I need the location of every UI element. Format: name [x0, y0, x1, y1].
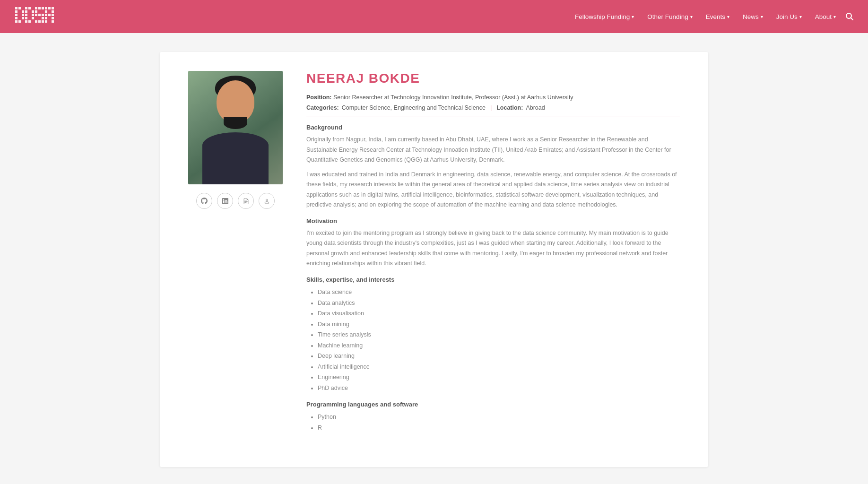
join-us-caret: ▾	[799, 14, 802, 19]
profile-right: NEERAJ BOKDE Position: Senior Researcher…	[306, 71, 680, 439]
photo-beard	[224, 117, 247, 129]
svg-rect-39	[45, 17, 47, 19]
svg-rect-35	[52, 10, 54, 13]
skills-list: Data science Data analytics Data visuali…	[318, 287, 680, 393]
nav-item-about[interactable]: About ▾	[809, 9, 842, 24]
events-caret: ▾	[727, 14, 729, 19]
nav-item-fellowship-funding[interactable]: Fellowship Funding ▾	[569, 9, 640, 24]
profile-photo	[188, 71, 283, 184]
programming-item: R	[318, 423, 680, 433]
about-caret: ▾	[833, 14, 836, 19]
skill-item: Deep learning	[318, 351, 680, 362]
svg-rect-21	[38, 7, 41, 9]
svg-rect-40	[52, 17, 54, 19]
svg-rect-22	[42, 7, 44, 9]
github-icon[interactable]	[196, 193, 212, 209]
svg-rect-36	[45, 14, 47, 16]
categories-label: Categories:	[306, 104, 339, 111]
svg-rect-38	[52, 14, 54, 16]
svg-rect-11	[25, 10, 27, 13]
search-button[interactable]	[845, 12, 854, 21]
programming-list: Python R	[318, 412, 680, 433]
svg-rect-3	[15, 17, 17, 19]
profile-position: Position: Senior Researcher at Technolog…	[306, 93, 680, 103]
nav-link-events[interactable]: Events ▾	[700, 9, 735, 24]
skill-item: Data analytics	[318, 298, 680, 309]
nav-item-events[interactable]: Events ▾	[700, 9, 735, 24]
svg-rect-14	[25, 20, 27, 23]
background-text: Originally from Nagpur, India, I am curr…	[306, 135, 680, 210]
skills-section-title: Skills, expertise, and interests	[306, 276, 680, 283]
photo-body	[202, 132, 269, 184]
svg-rect-4	[15, 20, 17, 23]
svg-rect-24	[35, 14, 37, 16]
photo-face	[217, 80, 254, 123]
nav-link-other-funding[interactable]: Other Funding ▾	[642, 9, 698, 24]
position-label: Position:	[306, 94, 331, 101]
site-logo[interactable]	[14, 5, 57, 28]
programming-item: Python	[318, 412, 680, 423]
svg-rect-25	[38, 14, 41, 16]
svg-rect-16	[32, 10, 34, 13]
nav-label-fellowship-funding: Fellowship Funding	[575, 13, 630, 20]
nav-label-about: About	[815, 13, 832, 20]
svg-rect-34	[45, 10, 47, 13]
svg-rect-32	[48, 7, 51, 9]
nav-link-news[interactable]: News ▾	[737, 9, 769, 24]
svg-rect-42	[52, 20, 54, 23]
svg-rect-37	[48, 14, 51, 16]
profile-card: NEERAJ BOKDE Position: Senior Researcher…	[160, 52, 708, 467]
svg-rect-0	[15, 7, 17, 9]
social-icons	[196, 193, 275, 209]
nav-link-join-us[interactable]: Join Us ▾	[771, 9, 807, 24]
svg-rect-27	[42, 17, 44, 19]
fellowship-funding-caret: ▾	[632, 14, 634, 19]
nav-item-join-us[interactable]: Join Us ▾	[771, 9, 807, 24]
svg-rect-1	[15, 10, 17, 13]
svg-rect-17	[32, 14, 34, 16]
svg-rect-7	[22, 14, 24, 16]
svg-rect-18	[32, 17, 34, 19]
nav-label-join-us: Join Us	[776, 13, 798, 20]
svg-rect-33	[52, 7, 54, 9]
svg-rect-41	[45, 20, 47, 23]
svg-rect-20	[35, 7, 37, 9]
svg-line-44	[851, 18, 853, 20]
svg-rect-47	[244, 202, 246, 202]
profile-name: NEERAJ BOKDE	[306, 71, 680, 86]
svg-rect-45	[244, 200, 247, 201]
skill-item: Machine learning	[318, 340, 680, 351]
svg-rect-15	[28, 7, 31, 9]
main-nav: Fellowship Funding ▾ Other Funding ▾ Eve…	[0, 0, 868, 33]
svg-rect-31	[45, 7, 47, 9]
motivation-text: I'm excited to join the mentoring progra…	[306, 228, 680, 268]
background-section-title: Background	[306, 124, 680, 131]
svg-rect-13	[25, 17, 27, 19]
skill-item: Time series analysis	[318, 329, 680, 340]
skill-item: Artificial intelligence	[318, 362, 680, 372]
skill-item: PhD advice	[318, 383, 680, 394]
skill-item: Data science	[318, 287, 680, 298]
nav-link-about[interactable]: About ▾	[809, 9, 842, 24]
profile-left	[188, 71, 283, 209]
other-funding-caret: ▾	[690, 14, 693, 19]
nav-label-events: Events	[706, 13, 725, 20]
document-icon[interactable]	[238, 193, 254, 209]
nav-link-fellowship-funding[interactable]: Fellowship Funding ▾	[569, 9, 640, 24]
profile-categories-row: Categories: Computer Science, Engineerin…	[306, 104, 680, 111]
nav-label-other-funding: Other Funding	[647, 13, 688, 20]
svg-rect-30	[42, 20, 44, 23]
position-value: Senior Researcher at Technology Innovati…	[333, 94, 573, 101]
search-icon	[845, 12, 854, 21]
user-profile-icon[interactable]	[259, 193, 275, 209]
skill-item: Data mining	[318, 319, 680, 330]
skill-item: Engineering	[318, 372, 680, 383]
svg-rect-9	[18, 20, 21, 23]
svg-rect-28	[35, 20, 37, 23]
nav-item-other-funding[interactable]: Other Funding ▾	[642, 9, 698, 24]
linkedin-icon[interactable]	[217, 193, 233, 209]
nav-item-news[interactable]: News ▾	[737, 9, 769, 24]
logo-svg	[14, 5, 57, 26]
svg-rect-29	[38, 20, 41, 23]
news-caret: ▾	[761, 14, 763, 19]
